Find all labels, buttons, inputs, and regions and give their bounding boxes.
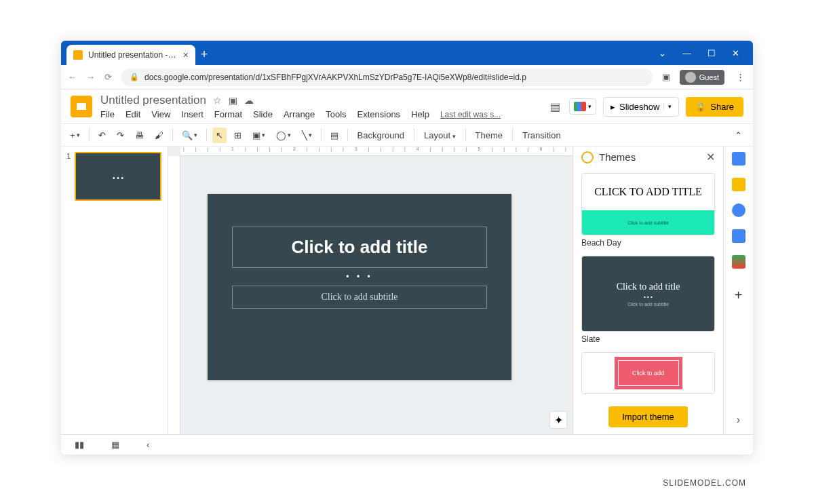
browser-tab[interactable]: Untitled presentation - Google S × (66, 45, 195, 65)
theme-preview-title: Click to add title (617, 282, 680, 292)
transition-button[interactable]: Transition (518, 128, 565, 143)
reload-icon[interactable]: ⟳ (104, 72, 112, 82)
thumb-dots-icon: • • • (113, 174, 123, 182)
close-tab-icon[interactable]: × (183, 50, 189, 60)
comments-icon[interactable]: ▤ (547, 99, 562, 114)
palette-icon (581, 151, 594, 163)
horizontal-ruler: | | | | 1 | | | | 2 | | | | 3 | | | | 4 … (180, 147, 573, 156)
title-placeholder[interactable]: Click to add title (232, 227, 487, 268)
slides-favicon (73, 50, 83, 60)
collapse-filmstrip-icon[interactable]: ‹ (147, 440, 149, 450)
share-button[interactable]: 🔒 Share (686, 97, 743, 117)
paint-format-icon[interactable]: 🖌 (151, 128, 167, 143)
slideshow-button[interactable]: ▸ Slideshow ▾ (603, 97, 679, 117)
slide-canvas[interactable]: Click to add title • • • Click to add su… (208, 194, 511, 380)
new-slide-button[interactable]: + (66, 128, 83, 143)
toolbar: + ↶ ↷ 🖶 🖌 🔍 ↖ ⊞ ▣ ◯ ╲ ▤ Background Layou… (61, 123, 753, 147)
contacts-icon[interactable] (732, 229, 745, 243)
bottom-bar: ▮▮ ▦ ‹ (61, 434, 753, 454)
add-addon-icon[interactable]: + (735, 288, 743, 303)
theme-name: Slate (581, 334, 715, 344)
slide-number: 1 (66, 152, 71, 160)
line-icon[interactable]: ╲ (298, 128, 315, 143)
lock-icon: 🔒 (130, 73, 139, 81)
themes-list[interactable]: CLICK TO ADD TITLE Click to add subtitle… (573, 168, 723, 401)
url-input[interactable]: 🔒 docs.google.com/presentation/d/1xSFBhF… (121, 69, 653, 86)
menu-edit[interactable]: Edit (125, 109, 140, 119)
menu-format[interactable]: Format (214, 109, 242, 119)
reading-list-icon[interactable]: ▣ (662, 72, 670, 82)
menu-arrange[interactable]: Arrange (284, 109, 315, 119)
close-icon[interactable]: ✕ (732, 48, 739, 58)
theme-name: Beach Day (581, 238, 715, 248)
menu-help[interactable]: Help (411, 109, 429, 119)
theme-card-beach-day[interactable]: CLICK TO ADD TITLE Click to add subtitle (581, 173, 715, 235)
window-controls: ⌄ — ☐ ✕ (659, 48, 748, 58)
collapse-toolbar-icon[interactable]: ⌃ (729, 128, 748, 143)
close-panel-icon[interactable]: ✕ (706, 151, 715, 163)
tasks-icon[interactable] (732, 203, 745, 217)
theme-card-slate[interactable]: Click to add title • • • Click to add su… (581, 256, 715, 332)
move-icon[interactable]: ▣ (229, 95, 237, 106)
decorative-dots-icon: • • • (232, 272, 487, 282)
maximize-icon[interactable]: ☐ (708, 48, 716, 58)
forward-icon[interactable]: → (86, 72, 95, 82)
explore-button[interactable]: ✦ (549, 411, 567, 429)
back-icon[interactable]: ← (68, 72, 77, 82)
menu-view[interactable]: View (151, 109, 170, 119)
cloud-status-icon[interactable]: ☁ (244, 95, 254, 106)
comment-icon[interactable]: ▤ (327, 128, 342, 143)
grid-view-icon[interactable]: ▦ (111, 440, 119, 450)
theme-button[interactable]: Theme (471, 128, 507, 143)
layout-button[interactable]: Layout (420, 128, 460, 143)
slide-thumbnail[interactable]: • • • (75, 152, 161, 201)
doc-header: Untitled presentation ☆ ▣ ☁ File Edit Vi… (61, 90, 753, 119)
calendar-icon[interactable] (732, 152, 745, 166)
address-bar: ← → ⟳ 🔒 docs.google.com/presentation/d/1… (61, 65, 753, 90)
workspace: 1 • • • | | | | 1 | | | | 2 | | | | 3 | … (61, 147, 753, 434)
browser-menu-icon[interactable]: ⋮ (734, 72, 746, 82)
themes-panel: Themes ✕ CLICK TO ADD TITLE Click to add… (573, 147, 723, 434)
last-edit-link[interactable]: Last edit was s... (440, 110, 501, 119)
filmstrip-view-icon[interactable]: ▮▮ (75, 440, 84, 450)
menubar: File Edit View Insert Format Slide Arran… (100, 109, 539, 119)
star-icon[interactable]: ☆ (213, 95, 222, 106)
profile-badge[interactable]: Guest (680, 70, 724, 85)
avatar-icon (685, 72, 696, 83)
filmstrip[interactable]: 1 • • • (61, 147, 168, 434)
background-button[interactable]: Background (353, 128, 408, 143)
side-panel: + › (723, 147, 753, 434)
menu-tools[interactable]: Tools (326, 109, 346, 119)
vertical-ruler (168, 156, 180, 434)
meet-button[interactable]: ▾ (569, 98, 596, 115)
lock-icon: 🔒 (695, 102, 706, 112)
menu-insert[interactable]: Insert (181, 109, 204, 119)
menu-slide[interactable]: Slide (253, 109, 273, 119)
import-theme-button[interactable]: Import theme (608, 406, 688, 427)
subtitle-placeholder[interactable]: Click to add subtitle (232, 286, 487, 309)
image-icon[interactable]: ▣ (249, 128, 269, 143)
collapse-sidepanel-icon[interactable]: › (737, 414, 740, 426)
theme-preview-title: CLICK TO ADD TITLE (582, 174, 714, 210)
redo-icon[interactable]: ↷ (113, 128, 128, 143)
maps-icon[interactable] (732, 255, 745, 269)
undo-icon[interactable]: ↶ (95, 128, 109, 143)
theme-card-coral[interactable]: Click to add (581, 352, 715, 394)
url-text: docs.google.com/presentation/d/1xSFBhFPg… (144, 73, 526, 82)
shape-icon[interactable]: ◯ (273, 128, 294, 143)
keep-icon[interactable] (732, 178, 745, 191)
chevron-down-icon[interactable]: ⌄ (659, 48, 666, 58)
new-tab-button[interactable]: + (195, 45, 213, 63)
select-tool-icon[interactable]: ↖ (212, 128, 227, 143)
doc-title[interactable]: Untitled presentation (100, 94, 206, 107)
slides-logo-icon[interactable] (71, 96, 92, 117)
minimize-icon[interactable]: — (682, 48, 691, 58)
play-icon: ▸ (610, 102, 615, 112)
menu-file[interactable]: File (100, 109, 115, 119)
textbox-icon[interactable]: ⊞ (231, 128, 245, 143)
zoom-icon[interactable]: 🔍 (178, 128, 201, 143)
share-label: Share (710, 102, 734, 112)
themes-title: Themes (599, 151, 701, 163)
print-icon[interactable]: 🖶 (132, 128, 147, 143)
menu-extensions[interactable]: Extensions (357, 109, 401, 119)
